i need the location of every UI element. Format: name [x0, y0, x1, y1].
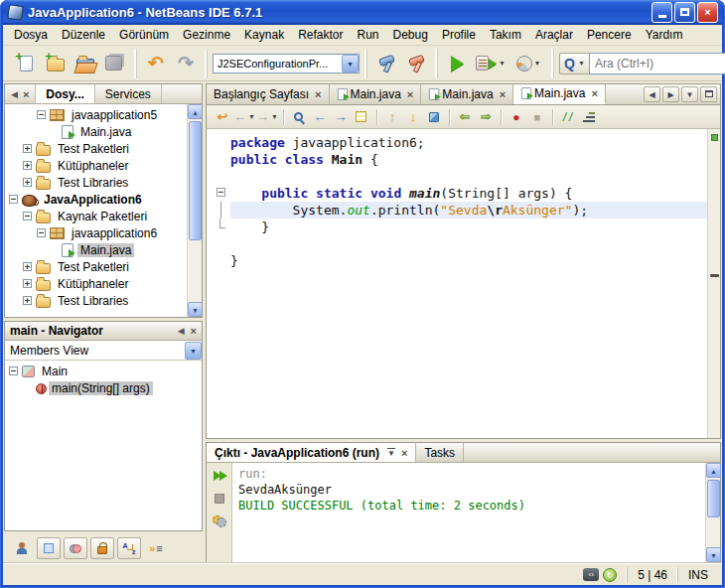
find-previous-button[interactable]: ←	[310, 107, 330, 127]
uncomment-button[interactable]	[579, 107, 599, 127]
search-input[interactable]	[589, 53, 725, 74]
minus-expander-icon[interactable]: −	[9, 367, 18, 375]
code-line[interactable]	[207, 168, 707, 185]
comment-button[interactable]: //	[558, 107, 578, 127]
dock-left-icon[interactable]: ◀	[178, 326, 185, 336]
minimize-button[interactable]	[652, 2, 672, 23]
menu-item[interactable]: Görünüm	[112, 26, 176, 44]
menu-item[interactable]: Dosya	[7, 26, 55, 44]
show-fields-button[interactable]	[37, 537, 61, 559]
clean-build-button[interactable]	[402, 50, 430, 77]
search-scope-button[interactable]: Q▼	[559, 53, 589, 74]
close-tab-icon[interactable]: ×	[401, 447, 407, 459]
next-bookmark-button[interactable]: ↓	[403, 107, 423, 127]
ant-settings-button[interactable]	[210, 513, 229, 530]
forward-button[interactable]: →▼	[256, 107, 278, 127]
scroll-up-icon[interactable]: ▲	[188, 104, 202, 119]
code-line[interactable]: package javaapplication6;	[207, 134, 707, 151]
scrollbar-thumb[interactable]	[707, 480, 720, 517]
editor-tab[interactable]: Main.java×	[513, 84, 606, 104]
navigator-view-combo[interactable]: Members View ▼	[5, 341, 202, 361]
close-panel-icon[interactable]: ×	[23, 88, 29, 100]
tab-tasks[interactable]: Tasks	[416, 443, 464, 462]
maximize-editor-button[interactable]	[700, 86, 717, 102]
jump-last-edit-button[interactable]: ↩	[213, 107, 232, 127]
plus-expander-icon[interactable]: +	[23, 144, 32, 153]
tree-item[interactable]: −javaapplication6	[5, 224, 187, 241]
profile-button[interactable]: ▼	[510, 50, 546, 77]
scroll-tabs-right-icon[interactable]: ▶	[662, 86, 679, 102]
scrollbar-thumb[interactable]	[189, 121, 202, 240]
stop-macro-button[interactable]: ■	[527, 107, 547, 127]
build-button[interactable]	[372, 50, 400, 77]
tree-item[interactable]: +Test Paketleri	[5, 258, 187, 275]
close-tab-icon[interactable]: ×	[500, 88, 506, 100]
chevron-down-icon[interactable]: ▼	[534, 60, 541, 67]
new-project-button[interactable]: +	[42, 50, 70, 77]
scroll-up-icon[interactable]: ▲	[706, 463, 721, 478]
tree-item[interactable]: +Test Libraries	[5, 174, 187, 191]
run-button[interactable]	[443, 50, 471, 77]
close-tab-icon[interactable]: ×	[315, 88, 321, 100]
new-file-button[interactable]: +	[12, 50, 40, 77]
close-panel-icon[interactable]: ×	[191, 325, 197, 337]
show-non-public-members-button[interactable]	[90, 537, 114, 559]
code-editor[interactable]: package javaapplication6;public class Ma…	[206, 129, 721, 439]
editor-tab[interactable]: Main.java×	[330, 84, 422, 104]
back-button[interactable]: ←▼	[233, 107, 255, 127]
plus-expander-icon[interactable]: +	[23, 178, 32, 187]
minus-expander-icon[interactable]: −	[37, 228, 46, 237]
projects-scrollbar[interactable]: ▲ ▼	[187, 104, 202, 317]
configuration-combo[interactable]: J2SEConfigurationPr... ▼	[213, 54, 360, 74]
menu-item[interactable]: Kaynak	[237, 26, 291, 44]
tree-item[interactable]: −Main	[5, 363, 202, 379]
output-scrollbar[interactable]: ▲ ▼	[705, 463, 720, 562]
close-button[interactable]: ×	[697, 2, 718, 23]
sort-alphabetically-button[interactable]: Az	[117, 537, 141, 559]
scroll-tabs-left-icon[interactable]: ◀	[644, 86, 660, 102]
tab-output[interactable]: Çıktı - JavaApplication6 (run) ▼ ×	[207, 443, 416, 462]
title-bar[interactable]: JavaApplication6 - NetBeans IDE 6.7.1 ×	[3, 0, 722, 25]
stop-build-button[interactable]	[210, 490, 229, 508]
menu-item[interactable]: Düzenle	[55, 26, 112, 44]
shift-right-button[interactable]: ⇒	[476, 107, 496, 127]
close-tab-icon[interactable]: ×	[407, 88, 413, 100]
menu-item[interactable]: Run	[351, 26, 386, 44]
current-line-mark[interactable]	[710, 274, 719, 277]
tree-item[interactable]: Main.java	[5, 241, 187, 258]
minus-expander-icon[interactable]: −	[23, 212, 32, 220]
save-all-button[interactable]	[101, 50, 129, 77]
previous-bookmark-button[interactable]: ↑	[382, 107, 402, 127]
minus-expander-icon[interactable]: −	[9, 195, 18, 204]
tree-item[interactable]: Main.java	[5, 123, 187, 140]
tab-files[interactable]: Dosy...	[36, 84, 94, 103]
code-line[interactable]	[207, 235, 707, 252]
menu-item[interactable]: Gezinme	[176, 26, 237, 44]
scroll-down-icon[interactable]: ▼	[188, 302, 202, 317]
code-line[interactable]: }	[207, 219, 707, 235]
keyboard-layout-icon[interactable]: ‹›	[583, 568, 599, 581]
tab-list-dropdown-icon[interactable]: ▼	[681, 86, 698, 102]
show-inherited-members-button[interactable]	[10, 537, 34, 559]
debug-button[interactable]: ▼	[473, 50, 508, 77]
error-stripe[interactable]	[707, 129, 720, 438]
tree-item[interactable]: +Test Libraries	[5, 292, 187, 309]
update-notification-icon[interactable]: ↻	[603, 568, 617, 582]
editor-tab[interactable]: Başlangıç Sayfası×	[207, 84, 330, 104]
find-selection-button[interactable]	[289, 107, 309, 127]
tree-item[interactable]: −JavaApplication6	[5, 191, 187, 208]
plus-expander-icon[interactable]: +	[23, 262, 32, 271]
tree-item[interactable]: +Kütüphaneler	[5, 275, 187, 292]
plus-expander-icon[interactable]: +	[23, 279, 32, 288]
menu-item[interactable]: Pencere	[580, 26, 639, 44]
menu-item[interactable]: Araçlar	[528, 26, 580, 44]
chevron-down-icon[interactable]: ▼	[499, 60, 506, 67]
shift-left-button[interactable]: ⇐	[455, 107, 475, 127]
undo-button[interactable]: ↶	[142, 50, 170, 77]
editor-tab[interactable]: Main.java×	[421, 84, 513, 104]
code-line[interactable]: − public static void main(String[] args)…	[207, 185, 707, 202]
fold-collapse-icon[interactable]: −	[217, 188, 225, 197]
tree-item[interactable]: main(String[] args)	[5, 379, 202, 396]
menu-item[interactable]: Takım	[483, 26, 528, 44]
tree-item[interactable]: +Kütüphaneler	[5, 157, 187, 174]
